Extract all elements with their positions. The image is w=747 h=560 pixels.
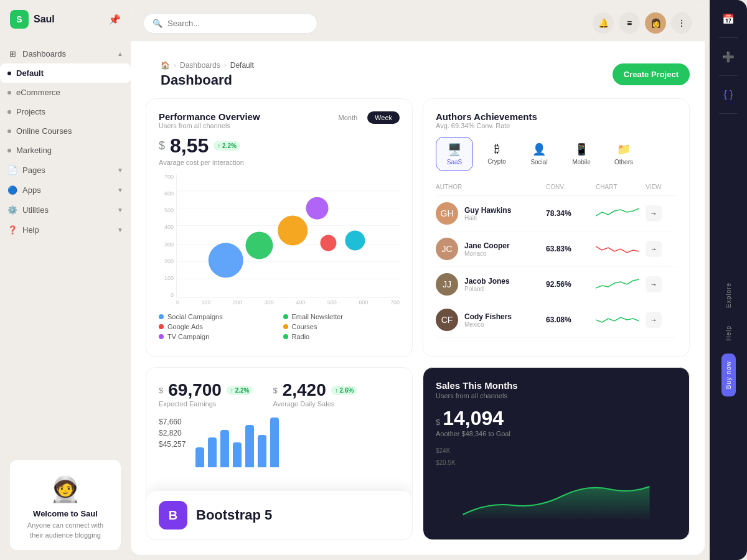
others-icon: 📁 — [617, 142, 631, 156]
saas-icon: 🖥️ — [448, 142, 461, 156]
search-icon: 🔍 — [153, 19, 162, 28]
search-container: 🔍 — [143, 13, 317, 34]
table-row: CF Cody Fishers Mexico 63.08% — [436, 302, 677, 338]
explore-label[interactable]: Explore — [723, 278, 735, 313]
breadcrumb-dashboards[interactable]: Dashboards — [180, 61, 220, 70]
sidebar-item-label: Default — [16, 68, 123, 78]
table-row: JC Jane Cooper Monaco 63.83% — [436, 231, 677, 267]
dashboard-grid: Performance Overview Users from all chan… — [131, 98, 705, 555]
dot-icon — [7, 129, 11, 133]
app-logo: S — [10, 10, 29, 29]
sidebar-item-default[interactable]: Default — [0, 63, 131, 83]
crypto-icon: ₿ — [494, 142, 500, 156]
sidebar-item-dashboards[interactable]: ⊞ Dashboards ▲ — [0, 44, 131, 63]
pin-icon[interactable]: 📌 — [108, 14, 121, 26]
cat-tab-others[interactable]: 📁 Others — [605, 137, 642, 171]
author-conv: 63.08% — [546, 315, 596, 324]
price-value: 8,55 — [170, 134, 209, 157]
cat-tab-saas[interactable]: 🖥️ SaaS — [436, 137, 473, 171]
earnings-badge: ↑ 2.2% — [227, 386, 253, 395]
sidebar: S Saul 📌 ⊞ Dashboards ▲ Default eCommerc… — [0, 0, 131, 560]
svg-point-10 — [320, 235, 336, 251]
legend-item-email: Email Newsletter — [283, 313, 400, 320]
author-name: Jacob Jones — [464, 277, 510, 286]
daily-sales-value: 2,420 — [283, 380, 326, 400]
cat-tab-mobile[interactable]: 📱 Mobile — [563, 137, 600, 171]
bar-chart-bar — [233, 442, 242, 467]
apps-icon: 🔵 — [7, 185, 17, 195]
svg-point-7 — [245, 231, 273, 259]
user-avatar[interactable]: 👩 — [645, 12, 666, 34]
chart-legend: Social Campaigns Email Newsletter Google… — [159, 313, 400, 340]
table-row: GH Guy Hawkins Haiti 78.34% — [436, 196, 677, 231]
page-title: Dashboard — [146, 70, 269, 98]
astronaut-illustration: 🧑‍🚀 — [20, 475, 111, 504]
bootstrap-label: Bootstrap 5 — [196, 507, 272, 523]
author-country: Monaco — [464, 250, 510, 257]
avatar: GH — [436, 202, 458, 225]
sidebar-item-utilities[interactable]: ⚙️ Utilities ▼ — [0, 200, 131, 220]
author-info: JJ Jacob Jones Poland — [436, 273, 546, 296]
sales-title: Sales This Months — [436, 380, 677, 391]
avatar: JC — [436, 238, 458, 260]
legend-item-tv: TV Campaign — [159, 333, 276, 340]
help-label[interactable]: Help — [723, 320, 735, 346]
toggle-week-button[interactable]: Week — [367, 111, 400, 124]
welcome-title: Welcome to Saul — [20, 509, 111, 518]
menu-icon[interactable]: ⋮ — [671, 12, 692, 34]
performance-overview-card: Performance Overview Users from all chan… — [146, 98, 413, 357]
sidebar-item-ecommerce[interactable]: eCommerce — [0, 83, 131, 102]
pages-icon: 📄 — [7, 165, 17, 175]
earnings-label: Expected Earnings — [159, 400, 253, 408]
avatar: JJ — [436, 273, 458, 296]
sparkline-chart — [596, 312, 646, 327]
author-name: Cody Fishers — [464, 312, 512, 321]
utilities-icon: ⚙️ — [7, 205, 17, 215]
view-button[interactable]: → — [646, 312, 662, 328]
page-header: 🏠 › Dashboards › Default Dashboard Creat… — [131, 41, 705, 98]
add-icon[interactable]: ➕ — [717, 45, 740, 68]
sparkline-chart — [596, 241, 646, 256]
settings-icon[interactable]: ≡ — [619, 12, 640, 34]
bar-chart-bar — [195, 447, 204, 467]
view-button[interactable]: → — [646, 241, 662, 257]
home-icon[interactable]: 🏠 — [161, 61, 170, 70]
author-country: Mexico — [464, 321, 512, 328]
sidebar-item-apps[interactable]: 🔵 Apps ▼ — [0, 180, 131, 200]
earnings-card: $ 69,700 ↑ 2.2% Expected Earnings $ 2,42… — [146, 367, 413, 540]
toggle-month-button[interactable]: Month — [331, 111, 365, 124]
breadcrumb: 🏠 › Dashboards › Default — [146, 51, 269, 70]
calendar-icon[interactable]: 📅 — [717, 7, 740, 30]
create-project-button[interactable]: Create Project — [613, 63, 690, 85]
buy-now-button[interactable]: Buy now — [721, 353, 736, 396]
main-content: 🔍 🔔 ≡ 👩 ⋮ 🏠 › Dashboards › Default Dashb… — [131, 5, 705, 555]
notifications-icon[interactable]: 🔔 — [593, 12, 614, 34]
price-display: $ 8,55 ↑ 2.2% — [159, 134, 400, 157]
authors-table: AUTHOR CONV. CHART VIEW GH Guy Hawkins H… — [436, 181, 677, 338]
sidebar-item-projects[interactable]: Projects — [0, 102, 131, 121]
sidebar-item-online-courses[interactable]: Online Courses — [0, 121, 131, 141]
sidebar-item-help[interactable]: ❓ Help ▼ — [0, 220, 131, 240]
cat-tab-social[interactable]: 👤 Social — [520, 137, 558, 171]
sparkline-chart — [596, 277, 646, 292]
sidebar-item-pages[interactable]: 📄 Pages ▼ — [0, 160, 131, 180]
view-button[interactable]: → — [646, 276, 662, 292]
sales-card: Sales This Months Users from all channel… — [423, 367, 690, 540]
sidebar-item-label: Online Courses — [16, 126, 123, 136]
cat-tab-crypto[interactable]: ₿ Crypto — [478, 137, 515, 171]
search-input[interactable] — [167, 19, 308, 28]
code-icon[interactable]: { } — [717, 83, 740, 106]
sales-value: 14,094 — [443, 407, 504, 430]
author-name: Jane Cooper — [464, 241, 510, 250]
sidebar-item-label: Utilities — [22, 205, 112, 215]
sidebar-item-marketing[interactable]: Marketing — [0, 141, 131, 160]
toggle-group: Month Week — [331, 111, 400, 124]
sparkline-chart — [596, 206, 646, 221]
table-row: JJ Jacob Jones Poland 92.56% — [436, 267, 677, 302]
bar-chart-bar — [208, 437, 217, 467]
sales-goal: Another $48,346 to Goal — [436, 430, 677, 437]
svg-point-11 — [345, 230, 365, 250]
view-button[interactable]: → — [646, 205, 662, 222]
bar-chart-bar — [220, 430, 229, 467]
mobile-icon: 📱 — [575, 142, 588, 156]
